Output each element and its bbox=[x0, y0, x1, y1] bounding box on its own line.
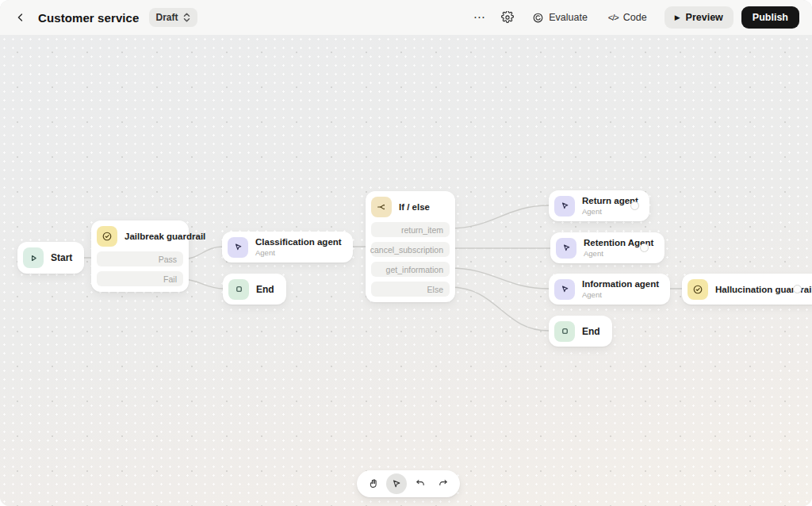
node-if-else[interactable]: If / else return_item cancel_subscriptio… bbox=[366, 191, 455, 302]
redo-button[interactable] bbox=[433, 473, 454, 494]
start-play-icon bbox=[23, 247, 44, 268]
branch-split-icon bbox=[371, 197, 392, 217]
node-start[interactable]: Start bbox=[17, 242, 84, 274]
select-chevrons-icon bbox=[183, 13, 190, 22]
node-start-label: Start bbox=[51, 252, 79, 263]
evaluate-label: Evaluate bbox=[549, 12, 588, 23]
output-port[interactable] bbox=[640, 243, 649, 252]
more-menu-button[interactable]: ⋯ bbox=[469, 7, 489, 28]
hand-icon bbox=[368, 478, 379, 489]
evaluate-button[interactable]: Evaluate bbox=[526, 8, 594, 28]
node-title: Information agent bbox=[582, 279, 659, 289]
publish-button[interactable]: Publish bbox=[741, 6, 799, 29]
node-title: If / else bbox=[399, 202, 430, 212]
settings-button[interactable] bbox=[497, 7, 518, 28]
preview-label: Preview bbox=[686, 12, 723, 23]
agent-builder-window: Customer service Draft ⋯ bbox=[0, 0, 812, 506]
node-end-1[interactable]: End bbox=[223, 274, 286, 305]
output-port[interactable] bbox=[630, 201, 639, 210]
agent-cursor-icon bbox=[228, 237, 248, 258]
end-stop-icon bbox=[554, 321, 575, 342]
branch-row-else[interactable]: Else bbox=[371, 282, 450, 297]
agent-cursor-icon bbox=[556, 238, 576, 259]
code-button[interactable]: </> Code bbox=[602, 8, 653, 27]
chevron-left-icon bbox=[15, 12, 26, 23]
node-end-label: End bbox=[256, 284, 281, 295]
undo-button[interactable] bbox=[410, 473, 431, 494]
node-end-label: End bbox=[582, 326, 607, 337]
branch-row-return-item[interactable]: return_item bbox=[371, 222, 450, 237]
gear-icon bbox=[501, 11, 514, 24]
top-bar: Customer service Draft ⋯ bbox=[0, 0, 812, 35]
guardrail-shield-icon bbox=[688, 279, 708, 300]
node-title: Jailbreak guardrail bbox=[124, 232, 205, 241]
node-information-agent[interactable]: Information agent Agent bbox=[549, 274, 670, 305]
node-subtitle: Agent bbox=[582, 290, 659, 299]
node-subtitle: Agent bbox=[582, 207, 638, 216]
branch-row-cancel-subscription[interactable]: cancel_subscription bbox=[371, 242, 450, 257]
output-port[interactable] bbox=[793, 285, 802, 293]
redo-icon bbox=[438, 478, 449, 489]
preview-button[interactable]: ▶ Preview bbox=[665, 6, 733, 29]
evaluate-icon bbox=[532, 12, 544, 24]
node-classification-agent[interactable]: Classification agent Agent bbox=[222, 232, 353, 263]
branch-row-get-information[interactable]: get_information bbox=[371, 262, 450, 277]
node-end-2[interactable]: End bbox=[549, 316, 612, 347]
cursor-icon bbox=[391, 478, 402, 489]
end-stop-icon bbox=[228, 279, 249, 300]
status-label: Draft bbox=[156, 12, 178, 23]
pan-tool-button[interactable] bbox=[363, 473, 384, 494]
node-jailbreak-guardrail[interactable]: Jailbreak guardrail Pass Fail bbox=[91, 220, 189, 292]
agent-cursor-icon bbox=[554, 279, 575, 300]
status-dropdown[interactable]: Draft bbox=[149, 8, 197, 27]
node-title: Classification agent bbox=[255, 237, 342, 247]
canvas-toolbar bbox=[357, 470, 460, 497]
code-label: Code bbox=[623, 12, 647, 23]
code-icon: </> bbox=[608, 13, 619, 22]
guardrail-shield-icon bbox=[97, 226, 117, 247]
page-title: Customer service bbox=[38, 11, 140, 25]
branch-row-fail[interactable]: Fail bbox=[97, 271, 183, 286]
back-button[interactable] bbox=[13, 10, 29, 25]
play-icon: ▶ bbox=[675, 13, 680, 21]
node-subtitle: Agent bbox=[255, 248, 342, 257]
more-icon: ⋯ bbox=[473, 10, 485, 25]
undo-icon bbox=[415, 478, 426, 489]
agent-cursor-icon bbox=[554, 196, 575, 217]
select-tool-button[interactable] bbox=[386, 473, 407, 494]
branch-row-pass[interactable]: Pass bbox=[97, 251, 183, 266]
